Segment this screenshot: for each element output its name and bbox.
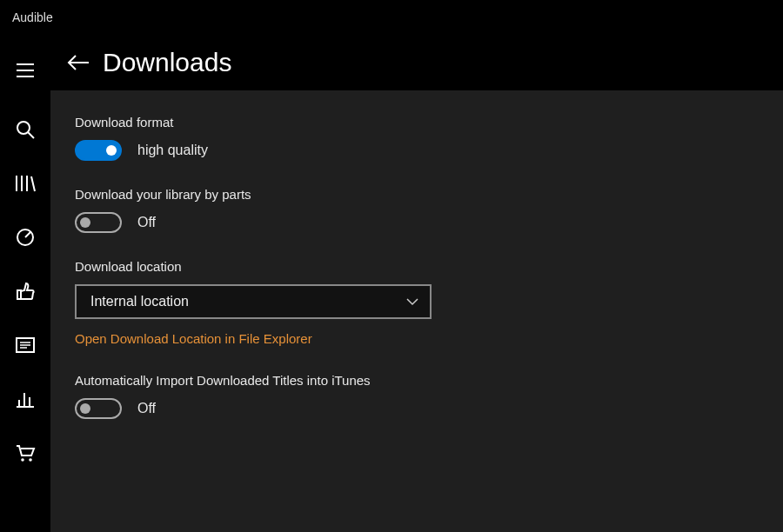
main-content: Downloads Download format high quality D… [50,35,783,532]
svg-line-4 [28,132,34,138]
sidebar-item-recommended[interactable] [0,264,50,318]
hamburger-menu-button[interactable] [0,43,50,97]
setting-download-by-parts: Download your library by parts Off [75,187,783,233]
svg-point-3 [17,122,30,134]
window-titlebar: Audible [0,0,783,35]
toggle-value: Off [137,215,156,230]
download-location-dropdown[interactable]: Internal location [75,284,432,319]
download-by-parts-toggle[interactable] [75,212,122,233]
library-icon [14,174,37,193]
setting-auto-import: Automatically Import Downloaded Titles i… [75,373,783,419]
sidebar-item-stats[interactable] [0,372,50,426]
toggle-knob [80,403,90,414]
toggle-value: high quality [137,143,208,158]
auto-import-toggle[interactable] [75,398,122,419]
news-icon [15,336,36,354]
setting-download-location: Download location Internal location Open… [75,259,783,347]
chevron-down-icon [405,297,419,306]
dropdown-selected: Internal location [90,294,189,309]
sidebar-item-news[interactable] [0,318,50,372]
thumbs-up-icon [15,281,36,302]
sidebar [0,35,50,532]
app-title: Audible [12,10,53,24]
toggle-knob [106,145,117,156]
open-location-link[interactable]: Open Download Location in File Explorer [75,331,312,346]
svg-line-8 [31,176,35,191]
page-header: Downloads [50,35,783,90]
svg-point-19 [21,458,24,462]
search-icon [15,119,36,140]
arrow-left-icon [66,53,90,72]
hamburger-icon [15,62,36,79]
page-title: Downloads [103,48,231,77]
back-button[interactable] [59,43,97,82]
sidebar-item-sleep-timer[interactable] [0,210,50,264]
setting-label: Download format [75,115,783,130]
sidebar-item-store[interactable] [0,426,50,480]
setting-label: Download location [75,259,783,274]
setting-label: Automatically Import Downloaded Titles i… [75,373,783,388]
stats-icon [15,389,36,409]
sidebar-item-search[interactable] [0,103,50,156]
setting-label: Download your library by parts [75,187,783,202]
sidebar-item-library[interactable] [0,156,50,210]
download-format-toggle[interactable] [75,140,122,161]
cart-icon [15,443,36,462]
toggle-knob [80,217,90,228]
timer-icon [15,227,36,248]
svg-point-20 [29,458,32,462]
svg-line-10 [25,232,30,237]
toggle-value: Off [137,401,156,416]
setting-download-format: Download format high quality [75,115,783,161]
